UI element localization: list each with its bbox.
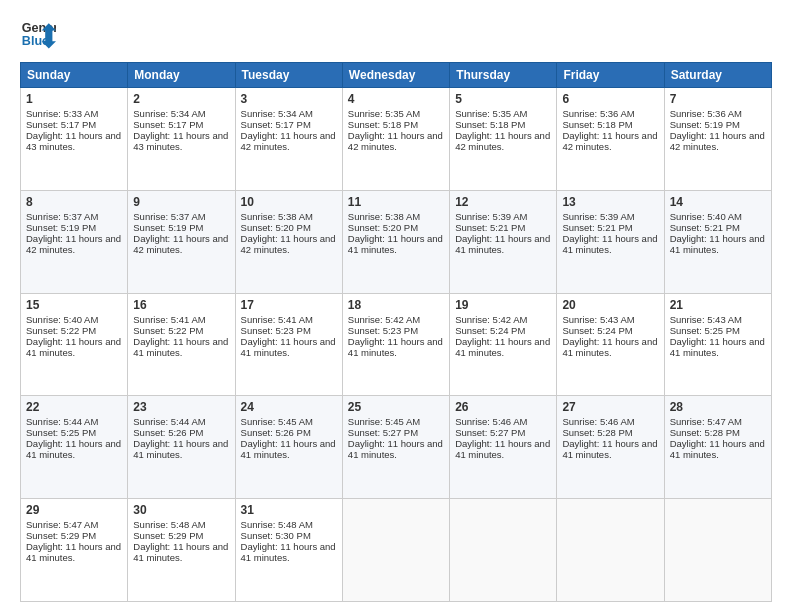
daylight-text: Daylight: 11 hours and 41 minutes. (241, 541, 336, 563)
calendar-cell: 29Sunrise: 5:47 AMSunset: 5:29 PMDayligh… (21, 499, 128, 602)
calendar-table: SundayMondayTuesdayWednesdayThursdayFrid… (20, 62, 772, 602)
calendar-cell: 9Sunrise: 5:37 AMSunset: 5:19 PMDaylight… (128, 190, 235, 293)
day-header-saturday: Saturday (664, 63, 771, 88)
sunset-text: Sunset: 5:18 PM (348, 119, 418, 130)
day-number: 15 (26, 298, 122, 312)
daylight-text: Daylight: 11 hours and 43 minutes. (133, 130, 228, 152)
daylight-text: Daylight: 11 hours and 41 minutes. (133, 541, 228, 563)
sunset-text: Sunset: 5:18 PM (455, 119, 525, 130)
logo: General Blue (20, 16, 56, 52)
daylight-text: Daylight: 11 hours and 41 minutes. (26, 336, 121, 358)
day-number: 8 (26, 195, 122, 209)
day-of-week-row: SundayMondayTuesdayWednesdayThursdayFrid… (21, 63, 772, 88)
sunrise-text: Sunrise: 5:42 AM (348, 314, 420, 325)
calendar-week-1: 1Sunrise: 5:33 AMSunset: 5:17 PMDaylight… (21, 88, 772, 191)
calendar-cell: 10Sunrise: 5:38 AMSunset: 5:20 PMDayligh… (235, 190, 342, 293)
day-number: 21 (670, 298, 766, 312)
daylight-text: Daylight: 11 hours and 42 minutes. (133, 233, 228, 255)
calendar-cell: 3Sunrise: 5:34 AMSunset: 5:17 PMDaylight… (235, 88, 342, 191)
sunrise-text: Sunrise: 5:37 AM (133, 211, 205, 222)
day-number: 27 (562, 400, 658, 414)
page: General Blue SundayMondayTuesdayWednesda… (0, 0, 792, 612)
day-header-monday: Monday (128, 63, 235, 88)
sunset-text: Sunset: 5:21 PM (670, 222, 740, 233)
calendar-cell (557, 499, 664, 602)
sunrise-text: Sunrise: 5:44 AM (133, 416, 205, 427)
calendar-cell: 1Sunrise: 5:33 AMSunset: 5:17 PMDaylight… (21, 88, 128, 191)
sunrise-text: Sunrise: 5:47 AM (26, 519, 98, 530)
sunrise-text: Sunrise: 5:48 AM (133, 519, 205, 530)
sunrise-text: Sunrise: 5:45 AM (241, 416, 313, 427)
sunrise-text: Sunrise: 5:40 AM (26, 314, 98, 325)
calendar-week-3: 15Sunrise: 5:40 AMSunset: 5:22 PMDayligh… (21, 293, 772, 396)
day-number: 26 (455, 400, 551, 414)
day-number: 30 (133, 503, 229, 517)
daylight-text: Daylight: 11 hours and 42 minutes. (241, 233, 336, 255)
sunrise-text: Sunrise: 5:41 AM (133, 314, 205, 325)
calendar-cell: 31Sunrise: 5:48 AMSunset: 5:30 PMDayligh… (235, 499, 342, 602)
header: General Blue (20, 16, 772, 52)
logo-icon: General Blue (20, 16, 56, 52)
daylight-text: Daylight: 11 hours and 41 minutes. (348, 336, 443, 358)
daylight-text: Daylight: 11 hours and 41 minutes. (133, 438, 228, 460)
sunset-text: Sunset: 5:28 PM (562, 427, 632, 438)
calendar-cell (450, 499, 557, 602)
calendar-cell: 23Sunrise: 5:44 AMSunset: 5:26 PMDayligh… (128, 396, 235, 499)
sunset-text: Sunset: 5:25 PM (26, 427, 96, 438)
sunrise-text: Sunrise: 5:34 AM (133, 108, 205, 119)
sunrise-text: Sunrise: 5:40 AM (670, 211, 742, 222)
calendar-cell: 25Sunrise: 5:45 AMSunset: 5:27 PMDayligh… (342, 396, 449, 499)
sunset-text: Sunset: 5:24 PM (455, 325, 525, 336)
calendar-week-5: 29Sunrise: 5:47 AMSunset: 5:29 PMDayligh… (21, 499, 772, 602)
calendar-cell: 21Sunrise: 5:43 AMSunset: 5:25 PMDayligh… (664, 293, 771, 396)
sunset-text: Sunset: 5:20 PM (241, 222, 311, 233)
day-number: 28 (670, 400, 766, 414)
calendar-cell: 2Sunrise: 5:34 AMSunset: 5:17 PMDaylight… (128, 88, 235, 191)
daylight-text: Daylight: 11 hours and 41 minutes. (670, 336, 765, 358)
calendar-cell: 20Sunrise: 5:43 AMSunset: 5:24 PMDayligh… (557, 293, 664, 396)
daylight-text: Daylight: 11 hours and 42 minutes. (26, 233, 121, 255)
calendar-cell: 15Sunrise: 5:40 AMSunset: 5:22 PMDayligh… (21, 293, 128, 396)
sunset-text: Sunset: 5:21 PM (455, 222, 525, 233)
daylight-text: Daylight: 11 hours and 41 minutes. (348, 438, 443, 460)
sunset-text: Sunset: 5:26 PM (241, 427, 311, 438)
daylight-text: Daylight: 11 hours and 41 minutes. (455, 336, 550, 358)
day-number: 24 (241, 400, 337, 414)
sunrise-text: Sunrise: 5:41 AM (241, 314, 313, 325)
sunrise-text: Sunrise: 5:35 AM (348, 108, 420, 119)
sunset-text: Sunset: 5:22 PM (26, 325, 96, 336)
calendar-week-4: 22Sunrise: 5:44 AMSunset: 5:25 PMDayligh… (21, 396, 772, 499)
day-number: 13 (562, 195, 658, 209)
calendar-cell: 17Sunrise: 5:41 AMSunset: 5:23 PMDayligh… (235, 293, 342, 396)
daylight-text: Daylight: 11 hours and 41 minutes. (455, 438, 550, 460)
calendar-cell: 8Sunrise: 5:37 AMSunset: 5:19 PMDaylight… (21, 190, 128, 293)
sunset-text: Sunset: 5:19 PM (26, 222, 96, 233)
day-number: 1 (26, 92, 122, 106)
sunrise-text: Sunrise: 5:42 AM (455, 314, 527, 325)
daylight-text: Daylight: 11 hours and 41 minutes. (670, 438, 765, 460)
svg-text:Blue: Blue (22, 34, 49, 48)
sunset-text: Sunset: 5:23 PM (348, 325, 418, 336)
sunset-text: Sunset: 5:22 PM (133, 325, 203, 336)
sunrise-text: Sunrise: 5:33 AM (26, 108, 98, 119)
day-number: 2 (133, 92, 229, 106)
sunrise-text: Sunrise: 5:36 AM (670, 108, 742, 119)
sunset-text: Sunset: 5:17 PM (133, 119, 203, 130)
sunset-text: Sunset: 5:27 PM (455, 427, 525, 438)
sunrise-text: Sunrise: 5:37 AM (26, 211, 98, 222)
sunrise-text: Sunrise: 5:46 AM (455, 416, 527, 427)
calendar-cell: 7Sunrise: 5:36 AMSunset: 5:19 PMDaylight… (664, 88, 771, 191)
sunset-text: Sunset: 5:29 PM (133, 530, 203, 541)
day-header-tuesday: Tuesday (235, 63, 342, 88)
day-number: 4 (348, 92, 444, 106)
day-number: 11 (348, 195, 444, 209)
day-number: 23 (133, 400, 229, 414)
day-header-thursday: Thursday (450, 63, 557, 88)
day-header-sunday: Sunday (21, 63, 128, 88)
calendar-cell: 5Sunrise: 5:35 AMSunset: 5:18 PMDaylight… (450, 88, 557, 191)
day-number: 19 (455, 298, 551, 312)
day-number: 16 (133, 298, 229, 312)
sunset-text: Sunset: 5:24 PM (562, 325, 632, 336)
sunset-text: Sunset: 5:29 PM (26, 530, 96, 541)
day-header-friday: Friday (557, 63, 664, 88)
